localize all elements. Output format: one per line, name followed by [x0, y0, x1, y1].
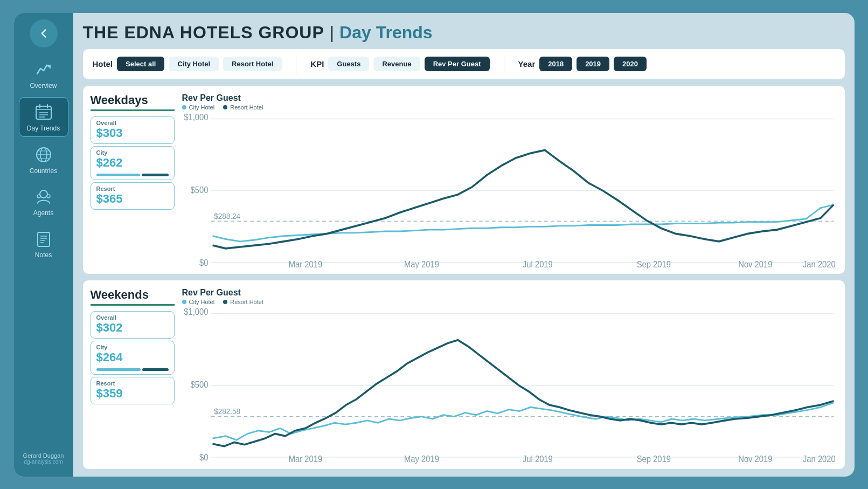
- weekdays-city-bar-light: [96, 174, 140, 176]
- svg-text:$500: $500: [190, 380, 208, 390]
- weekends-chart: $1,000 $500 $0 $282.58 Mar 2019: [182, 307, 835, 464]
- year-filter-group: Year 2018 2019 2020: [518, 57, 647, 71]
- sidebar-countries-label: Countries: [30, 167, 57, 175]
- year-label: Year: [518, 59, 536, 68]
- weekends-legend-city: City Hotel: [182, 299, 215, 305]
- weekends-chart-title: Rev Per Guest: [182, 288, 835, 298]
- weekends-resort-label: Resort: [96, 380, 169, 387]
- sidebar-agents-label: Agents: [33, 209, 53, 217]
- weekdays-resort-label: Resort: [96, 185, 169, 192]
- weekdays-legend: City Hotel Resort Hotel: [182, 104, 835, 111]
- svg-text:May 2019: May 2019: [404, 259, 439, 268]
- filter-2020[interactable]: 2020: [614, 57, 647, 71]
- title-section: Day Trends: [339, 23, 433, 43]
- weekends-legend: City Hotel Resort Hotel: [182, 299, 835, 305]
- hotel-label: Hotel: [93, 59, 113, 68]
- filter-bar: Hotel Select all City Hotel Resort Hotel…: [83, 49, 845, 79]
- weekdays-resort-card: Resort $365: [91, 182, 175, 210]
- weekdays-resort-dot: [223, 105, 227, 109]
- main-content: THE EDNA HOTELS GROUP | Day Trends Hotel…: [73, 13, 855, 477]
- day-trends-icon: [33, 102, 54, 122]
- sidebar-notes-label: Notes: [35, 251, 52, 259]
- weekends-overall-value: $302: [96, 321, 169, 335]
- weekends-resort-dot: [223, 300, 227, 304]
- title-brand: THE EDNA HOTELS GROUP: [83, 23, 324, 43]
- svg-text:Sep 2019: Sep 2019: [636, 454, 670, 463]
- weekends-title: Weekends: [91, 288, 175, 306]
- weekdays-chart: $1,000 $500 $0 $288.24: [182, 113, 835, 269]
- weekdays-city-dot: [182, 105, 186, 109]
- weekends-stats: Weekends Overall $302 City $264: [91, 288, 175, 464]
- filter-revenue[interactable]: Revenue: [373, 57, 420, 71]
- svg-text:$1,000: $1,000: [184, 307, 208, 317]
- svg-text:$288.24: $288.24: [214, 211, 240, 221]
- svg-text:Mar 2019: Mar 2019: [288, 259, 322, 268]
- svg-text:Nov 2019: Nov 2019: [738, 259, 772, 268]
- weekdays-stats: Weekdays Overall $303 City $262: [91, 93, 175, 269]
- overview-icon: [33, 59, 54, 80]
- user-name: Gerard Duggan: [23, 452, 64, 459]
- sidebar-item-day-trends[interactable]: Day Trends: [19, 97, 68, 137]
- weekends-city-value: $264: [96, 350, 169, 364]
- weekdays-overall-card: Overall $303: [91, 116, 175, 144]
- user-website: dg-analysis.com: [24, 459, 63, 465]
- weekends-panel: Weekends Overall $302 City $264: [83, 280, 845, 469]
- hotel-filter-group: Hotel Select all City Hotel Resort Hotel: [93, 57, 282, 71]
- svg-text:Nov 2019: Nov 2019: [738, 454, 772, 463]
- separator-1: [296, 54, 296, 74]
- svg-text:$1,000: $1,000: [184, 113, 208, 122]
- filter-select-all[interactable]: Select all: [117, 57, 164, 71]
- weekends-overall-card: Overall $302: [91, 311, 175, 339]
- weekends-city-label: City: [96, 344, 169, 350]
- weekdays-title: Weekdays: [91, 93, 175, 111]
- weekends-chart-right: Rev Per Guest City Hotel Resort Hotel: [182, 288, 835, 464]
- weekdays-city-label: City: [96, 149, 169, 156]
- sidebar-item-overview[interactable]: Overview: [19, 55, 68, 94]
- sidebar-item-agents[interactable]: Agents: [19, 182, 68, 221]
- svg-point-12: [40, 190, 47, 198]
- filter-guests[interactable]: Guests: [328, 57, 369, 71]
- weekdays-resort-value: $365: [96, 192, 169, 206]
- weekdays-city-bar-dark: [142, 174, 169, 176]
- filter-2018[interactable]: 2018: [539, 57, 572, 71]
- weekdays-city-value: $262: [96, 156, 169, 170]
- svg-text:Jan 2020: Jan 2020: [802, 259, 835, 268]
- back-button[interactable]: [30, 19, 58, 47]
- weekdays-legend-city: City Hotel: [182, 104, 215, 111]
- weekdays-chart-right: Rev Per Guest City Hotel Resort Hotel: [182, 93, 835, 269]
- sidebar-day-trends-label: Day Trends: [27, 125, 60, 132]
- filter-2019[interactable]: 2019: [577, 57, 609, 71]
- countries-icon: [33, 144, 54, 165]
- svg-text:May 2019: May 2019: [404, 454, 439, 463]
- weekends-city-bar-dark: [142, 368, 168, 371]
- filter-rev-per-guest[interactable]: Rev Per Guest: [425, 57, 490, 71]
- weekends-overall-label: Overall: [96, 314, 169, 321]
- sidebar-item-notes[interactable]: Notes: [19, 224, 68, 263]
- separator-2: [504, 54, 504, 74]
- weekdays-overall-label: Overall: [96, 120, 169, 126]
- kpi-filter-group: KPI Guests Revenue Rev Per Guest: [310, 57, 489, 71]
- svg-text:Jan 2020: Jan 2020: [802, 454, 835, 463]
- weekdays-legend-resort: Resort Hotel: [223, 104, 263, 111]
- weekends-city-bar-light: [96, 368, 141, 371]
- weekends-legend-resort: Resort Hotel: [223, 299, 263, 305]
- svg-text:Jul 2019: Jul 2019: [522, 454, 552, 463]
- svg-text:Jul 2019: Jul 2019: [522, 259, 552, 268]
- sidebar-item-countries[interactable]: Countries: [19, 140, 68, 179]
- weekdays-city-card: City $262: [91, 146, 175, 180]
- weekends-city-card: City $264: [91, 341, 175, 375]
- weekends-city-dot: [182, 300, 186, 304]
- svg-text:Sep 2019: Sep 2019: [636, 259, 670, 268]
- svg-text:$0: $0: [199, 258, 208, 267]
- svg-text:$282.58: $282.58: [214, 407, 240, 416]
- charts-area: Weekdays Overall $303 City $262: [83, 86, 845, 469]
- sidebar-footer: Gerard Duggan dg-analysis.com: [23, 452, 64, 470]
- svg-text:$500: $500: [190, 185, 208, 195]
- filter-resort-hotel[interactable]: Resort Hotel: [223, 57, 282, 71]
- sidebar: Overview Day Trends: [14, 13, 73, 477]
- weekdays-overall-value: $303: [96, 126, 169, 140]
- svg-text:Mar 2019: Mar 2019: [288, 454, 322, 463]
- outer-container: Overview Day Trends: [14, 13, 855, 477]
- weekdays-chart-title: Rev Per Guest: [182, 93, 835, 103]
- filter-city-hotel[interactable]: City Hotel: [169, 57, 219, 71]
